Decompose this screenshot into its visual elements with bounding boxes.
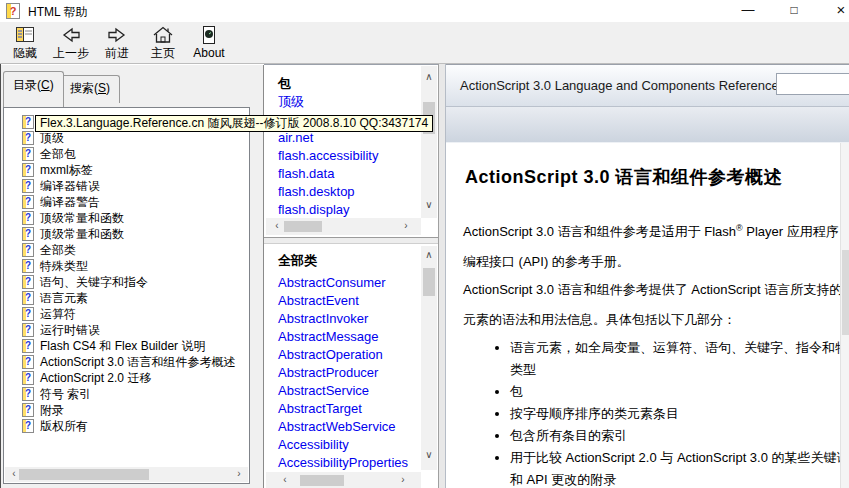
scroll-left-icon[interactable]: ‹ bbox=[278, 473, 292, 487]
scrollbar-thumb[interactable] bbox=[19, 469, 149, 480]
class-link[interactable]: AbstractService bbox=[278, 382, 423, 400]
tree-item[interactable]: ? 编译器警告 bbox=[4, 194, 250, 210]
scrollbar-thumb[interactable] bbox=[300, 475, 344, 486]
tab-search-accesskey: S bbox=[98, 81, 106, 95]
help-page-icon: ? bbox=[22, 355, 34, 369]
help-page-icon: ? bbox=[22, 387, 34, 401]
tree-item[interactable]: ? 版权所有 bbox=[4, 418, 250, 434]
help-page-icon: ? bbox=[22, 243, 34, 257]
tab-contents-label: 目录( bbox=[13, 78, 41, 92]
class-link[interactable]: AbstractInvoker bbox=[278, 310, 423, 328]
scroll-down-icon[interactable]: ∨ bbox=[422, 448, 436, 462]
banner-subbar bbox=[446, 107, 849, 143]
tree-item[interactable]: ? 顶级常量和函数 bbox=[4, 226, 250, 242]
frame-horizontal-border[interactable] bbox=[264, 237, 438, 244]
hide-button[interactable]: 隐藏 bbox=[2, 24, 48, 60]
tree-item[interactable]: ? 特殊类型 bbox=[4, 258, 250, 274]
scroll-right-icon[interactable]: › bbox=[399, 219, 413, 233]
registered-mark: ® bbox=[736, 223, 743, 233]
tree-item[interactable]: ? 语句、关键字和指令 bbox=[4, 274, 250, 290]
help-page-icon: ? bbox=[22, 307, 34, 321]
tree-item[interactable]: ? 全部类 bbox=[4, 242, 250, 258]
scrollbar-thumb[interactable] bbox=[284, 221, 322, 232]
tree-item[interactable]: ? 编译器错误 bbox=[4, 178, 250, 194]
classes-frame: 全部类 AbstractConsumer AbstractEvent Abstr… bbox=[264, 244, 438, 488]
bullet-item: 语言元素，如全局变量、运算符、语句、关键字、指令和特殊类型 bbox=[510, 337, 849, 381]
frame-vertical-border[interactable] bbox=[438, 64, 446, 488]
tree-item-label: 附录 bbox=[40, 403, 64, 417]
banner-search-input[interactable] bbox=[776, 73, 849, 95]
scroll-up-icon[interactable]: ∧ bbox=[422, 70, 436, 84]
tree-item[interactable]: ? 附录 bbox=[4, 402, 250, 418]
forward-button[interactable]: 前进 bbox=[94, 24, 140, 60]
tree-item[interactable]: ? 顶级 bbox=[4, 130, 250, 146]
class-link[interactable]: AbstractConsumer bbox=[278, 274, 423, 292]
classes-title: 全部类 bbox=[278, 252, 317, 270]
tree-item[interactable]: ? mxml标签 bbox=[4, 162, 250, 178]
hide-panel-icon bbox=[14, 25, 36, 45]
tab-contents[interactable]: 目录(C) bbox=[3, 71, 64, 107]
help-page-icon: ? bbox=[22, 163, 34, 177]
package-link[interactable]: 顶级 bbox=[278, 93, 423, 111]
home-button[interactable]: 主页 bbox=[140, 24, 186, 60]
tree-item-label: 运行时错误 bbox=[40, 323, 100, 337]
titlebar: ? HTML 帮助 — □ × bbox=[0, 0, 849, 22]
class-link[interactable]: AbstractWebService bbox=[278, 418, 423, 436]
minimize-button[interactable]: — bbox=[731, 0, 765, 22]
tree-item[interactable]: ? 顶级常量和函数 bbox=[4, 210, 250, 226]
scroll-right-icon[interactable]: › bbox=[232, 467, 246, 481]
close-button[interactable]: × bbox=[824, 0, 849, 22]
package-link[interactable]: flash.data bbox=[278, 165, 423, 183]
class-link[interactable]: AccessibilityProperties bbox=[278, 454, 423, 472]
back-button[interactable]: 上一步 bbox=[48, 24, 94, 60]
tree-item-label: 编译器错误 bbox=[40, 179, 100, 193]
reference-banner: ActionScript 3.0 Language and Components… bbox=[446, 65, 849, 107]
about-button-label: About bbox=[193, 46, 224, 60]
class-link[interactable]: Accessibility bbox=[278, 436, 423, 454]
scroll-right-icon[interactable]: › bbox=[396, 473, 410, 487]
class-link[interactable]: AbstractEvent bbox=[278, 292, 423, 310]
tree-item-label: ActionScript 2.0 迁移 bbox=[40, 371, 151, 385]
back-button-label: 上一步 bbox=[53, 46, 89, 60]
scroll-up-icon[interactable]: ∧ bbox=[422, 248, 436, 262]
scrollbar-thumb[interactable] bbox=[423, 268, 435, 296]
about-button[interactable]: About bbox=[186, 24, 232, 60]
class-link[interactable]: AbstractProducer bbox=[278, 364, 423, 382]
package-link[interactable]: flash.desktop bbox=[278, 183, 423, 201]
tree-item-label: 语言元素 bbox=[40, 291, 88, 305]
tree-item[interactable]: ? Flash CS4 和 Flex Builder 说明 bbox=[4, 338, 250, 354]
maximize-button[interactable]: □ bbox=[777, 0, 811, 22]
packages-hscrollbar[interactable]: ‹ › bbox=[266, 218, 421, 235]
packages-vscrollbar[interactable]: ∧ ∨ bbox=[421, 66, 437, 218]
scrollbar-thumb[interactable] bbox=[842, 250, 849, 335]
tree-item[interactable]: ? ActionScript 3.0 语言和组件参考概述 bbox=[4, 354, 250, 370]
class-link[interactable]: AbstractOperation bbox=[278, 346, 423, 364]
topic-heading: ActionScript 3.0 语言和组件参考概述 bbox=[465, 165, 782, 189]
htmlhelp-window: ? HTML 帮助 — □ × 隐藏 上一步 bbox=[0, 0, 849, 488]
tree-item[interactable]: ? 语言元素 bbox=[4, 290, 250, 306]
help-page-icon: ? bbox=[22, 371, 34, 385]
hide-button-label: 隐藏 bbox=[13, 46, 37, 60]
tree-item[interactable]: ? 符号 索引 bbox=[4, 386, 250, 402]
content-vscrollbar[interactable] bbox=[840, 143, 849, 488]
classes-vscrollbar[interactable]: ∧ ∨ bbox=[421, 246, 437, 470]
tree-hscrollbar[interactable]: ‹ › bbox=[5, 467, 248, 482]
package-link[interactable]: flash.accessibility bbox=[278, 147, 423, 165]
scroll-down-icon[interactable]: ∨ bbox=[422, 198, 436, 212]
tree-item[interactable]: ? 全部包 bbox=[4, 146, 250, 162]
tree-item[interactable]: ? 运算符 bbox=[4, 306, 250, 322]
tree-item-label: 版权所有 bbox=[40, 419, 88, 433]
scroll-left-icon[interactable]: ‹ bbox=[270, 219, 284, 233]
classes-hscrollbar[interactable]: ‹ › bbox=[266, 472, 421, 488]
tree-item[interactable]: ? 运行时错误 bbox=[4, 322, 250, 338]
topic-paragraph-1: ActionScript 3.0 语言和组件参考是适用于 Flash® Play… bbox=[463, 213, 847, 277]
help-page-icon: ? bbox=[22, 179, 34, 193]
class-link[interactable]: AbstractTarget bbox=[278, 400, 423, 418]
tab-search[interactable]: 搜索(S) bbox=[60, 75, 120, 103]
class-link[interactable]: AbstractMessage bbox=[278, 328, 423, 346]
tree-item[interactable]: ? ActionScript 2.0 迁移 bbox=[4, 370, 250, 386]
tree-item-label: 顶级常量和函数 bbox=[40, 227, 124, 241]
bullet-item: 用于比较 ActionScript 2.0 与 ActionScript 3.0… bbox=[510, 447, 849, 488]
help-page-icon: ? bbox=[22, 227, 34, 241]
package-link[interactable]: flash.display bbox=[278, 201, 423, 219]
